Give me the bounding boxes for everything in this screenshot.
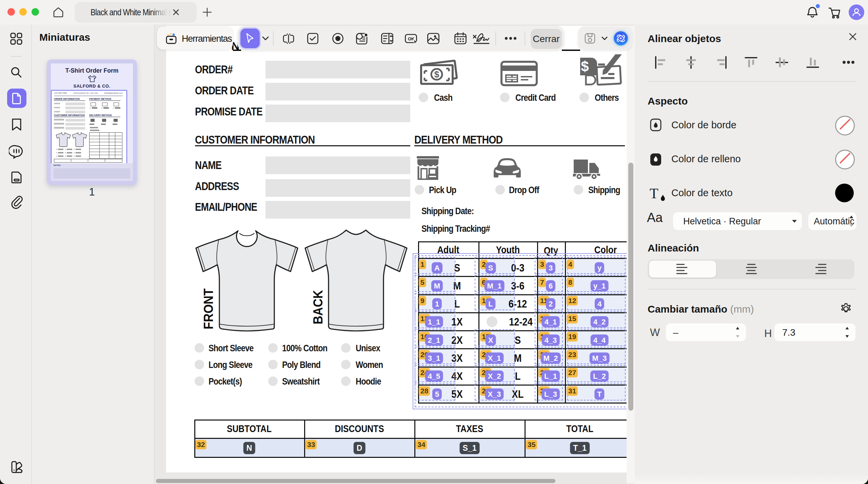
svg-text:$: $: [434, 69, 439, 79]
svg-text:$: $: [581, 58, 589, 74]
